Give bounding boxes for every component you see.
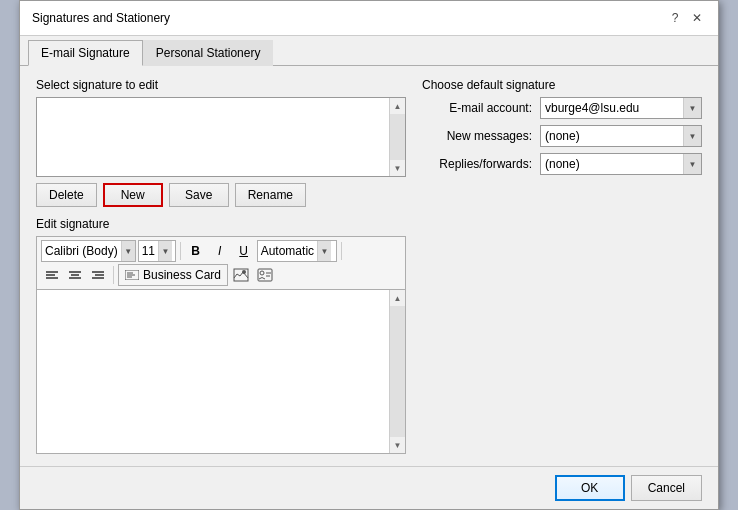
title-bar: Signatures and Stationery ? ✕ bbox=[20, 1, 718, 36]
sig-list-scrollbar: ▲ ▼ bbox=[389, 98, 405, 176]
scroll-up-arrow[interactable]: ▲ bbox=[390, 98, 406, 114]
save-button[interactable]: Save bbox=[169, 183, 229, 207]
email-account-arrow: ▼ bbox=[683, 98, 701, 118]
select-sig-label: Select signature to edit bbox=[36, 78, 406, 92]
replies-row: Replies/forwards: (none) ▼ bbox=[422, 153, 702, 175]
new-messages-dropdown[interactable]: (none) ▼ bbox=[540, 125, 702, 147]
font-family-dropdown[interactable]: Calibri (Body) ▼ bbox=[41, 240, 136, 262]
rename-button[interactable]: Rename bbox=[235, 183, 306, 207]
underline-button[interactable]: U bbox=[233, 240, 255, 262]
font-color-dropdown[interactable]: Automatic ▼ bbox=[257, 240, 337, 262]
vcard-icon bbox=[257, 268, 273, 282]
tab-personal-stationery[interactable]: Personal Stationery bbox=[143, 40, 274, 66]
align-left-button[interactable] bbox=[41, 264, 63, 286]
svg-rect-15 bbox=[258, 269, 272, 281]
align-center-icon bbox=[69, 270, 81, 280]
new-messages-value: (none) bbox=[545, 129, 580, 143]
title-bar-controls: ? ✕ bbox=[666, 9, 706, 27]
bottom-bar: OK Cancel bbox=[20, 466, 718, 509]
sep3 bbox=[113, 266, 114, 284]
title-bar-left: Signatures and Stationery bbox=[32, 11, 170, 25]
default-sig-section: E-mail account: vburge4@lsu.edu ▼ New me… bbox=[422, 97, 702, 175]
sep2 bbox=[341, 242, 342, 260]
font-family-arrow: ▼ bbox=[121, 241, 135, 261]
sig-buttons: Delete New Save Rename bbox=[36, 183, 406, 207]
align-right-icon bbox=[92, 270, 104, 280]
tab-email-signature[interactable]: E-mail Signature bbox=[28, 40, 143, 66]
align-buttons bbox=[41, 264, 109, 286]
dialog-title: Signatures and Stationery bbox=[32, 11, 170, 25]
vcard-button[interactable] bbox=[254, 264, 276, 286]
editor-scrollbar: ▲ ▼ bbox=[389, 290, 405, 453]
email-account-dropdown[interactable]: vburge4@lsu.edu ▼ bbox=[540, 97, 702, 119]
new-messages-row: New messages: (none) ▼ bbox=[422, 125, 702, 147]
formatting-toolbar: Calibri (Body) ▼ 11 ▼ B I U Automatic bbox=[36, 236, 406, 289]
business-card-icon bbox=[125, 270, 139, 280]
font-size-arrow: ▼ bbox=[158, 241, 172, 261]
editor-scroll-up[interactable]: ▲ bbox=[390, 290, 406, 306]
default-sig-label: Choose default signature bbox=[422, 78, 702, 92]
svg-point-16 bbox=[260, 271, 264, 275]
email-account-label: E-mail account: bbox=[422, 101, 532, 115]
edit-sig-section: Edit signature Calibri (Body) ▼ 11 ▼ B bbox=[36, 217, 406, 454]
replies-value: (none) bbox=[545, 157, 580, 171]
main-content: Select signature to edit ▲ ▼ Delete New … bbox=[20, 66, 718, 466]
replies-dropdown[interactable]: (none) ▼ bbox=[540, 153, 702, 175]
scroll-track bbox=[390, 114, 405, 160]
business-card-button[interactable]: Business Card bbox=[118, 264, 228, 286]
signature-list[interactable]: ▲ ▼ bbox=[36, 97, 406, 177]
edit-sig-label: Edit signature bbox=[36, 217, 406, 231]
signatures-dialog: Signatures and Stationery ? ✕ E-mail Sig… bbox=[19, 0, 719, 510]
font-color-arrow: ▼ bbox=[317, 241, 331, 261]
italic-button[interactable]: I bbox=[209, 240, 231, 262]
left-panel: Select signature to edit ▲ ▼ Delete New … bbox=[36, 78, 406, 454]
right-panel: Choose default signature E-mail account:… bbox=[422, 78, 702, 454]
font-color-value: Automatic bbox=[261, 244, 314, 258]
font-size-dropdown[interactable]: 11 ▼ bbox=[138, 240, 176, 262]
svg-point-14 bbox=[242, 270, 246, 274]
tabs-bar: E-mail Signature Personal Stationery bbox=[20, 36, 718, 66]
insert-image-button[interactable] bbox=[230, 264, 252, 286]
replies-arrow: ▼ bbox=[683, 154, 701, 174]
ok-button[interactable]: OK bbox=[555, 475, 625, 501]
editor-scroll-track bbox=[390, 306, 405, 437]
replies-label: Replies/forwards: bbox=[422, 157, 532, 171]
new-messages-arrow: ▼ bbox=[683, 126, 701, 146]
business-card-label: Business Card bbox=[143, 268, 221, 282]
align-center-button[interactable] bbox=[64, 264, 86, 286]
font-family-value: Calibri (Body) bbox=[45, 244, 118, 258]
insert-image-icon bbox=[233, 268, 249, 282]
new-button[interactable]: New bbox=[103, 183, 163, 207]
sep1 bbox=[180, 242, 181, 260]
delete-button[interactable]: Delete bbox=[36, 183, 97, 207]
cancel-button[interactable]: Cancel bbox=[631, 475, 702, 501]
help-button[interactable]: ? bbox=[666, 9, 684, 27]
scroll-down-arrow[interactable]: ▼ bbox=[390, 160, 406, 176]
editor-scroll-down[interactable]: ▼ bbox=[390, 437, 406, 453]
bold-button[interactable]: B bbox=[185, 240, 207, 262]
align-left-icon bbox=[46, 270, 58, 280]
email-account-row: E-mail account: vburge4@lsu.edu ▼ bbox=[422, 97, 702, 119]
align-right-button[interactable] bbox=[87, 264, 109, 286]
email-account-value: vburge4@lsu.edu bbox=[545, 101, 639, 115]
close-button[interactable]: ✕ bbox=[688, 9, 706, 27]
signature-editor[interactable]: ▲ ▼ bbox=[36, 289, 406, 454]
new-messages-label: New messages: bbox=[422, 129, 532, 143]
font-size-value: 11 bbox=[142, 244, 155, 258]
